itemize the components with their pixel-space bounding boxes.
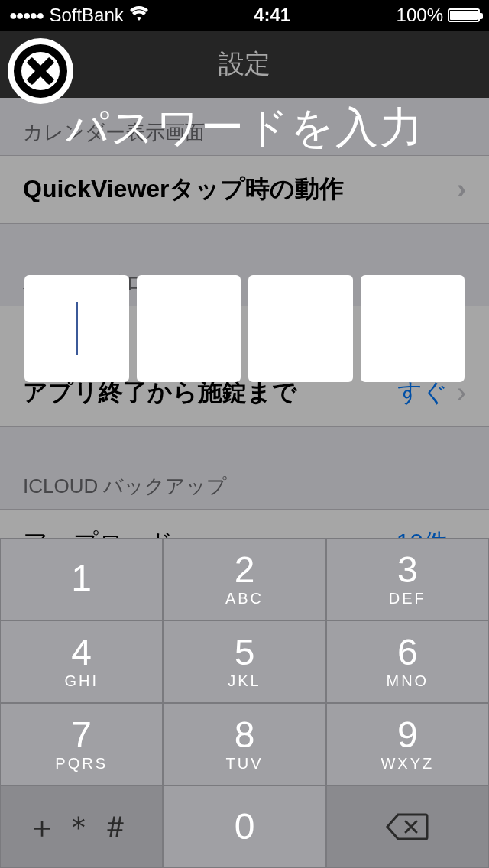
key-6[interactable]: 6MNO <box>326 620 489 703</box>
carrier-label: SoftBank <box>49 5 123 26</box>
close-button[interactable] <box>8 38 73 104</box>
key-3[interactable]: 3DEF <box>326 538 489 620</box>
key-1[interactable]: 1 <box>0 538 163 620</box>
passcode-digit-3 <box>248 275 353 382</box>
numeric-keypad: 1 2ABC 3DEF 4GHI 5JKL 6MNO 7PQRS 8TUV 9W… <box>0 538 489 868</box>
status-left: ●●●●● SoftBank <box>9 5 148 26</box>
passcode-input[interactable] <box>24 275 465 382</box>
wifi-icon <box>130 5 148 25</box>
key-2[interactable]: 2ABC <box>163 538 325 620</box>
passcode-title: パスワードを入力 <box>0 99 489 157</box>
status-bar: ●●●●● SoftBank 4:41 100% <box>0 0 489 31</box>
battery-percent: 100% <box>397 5 443 26</box>
key-0[interactable]: 0 <box>163 785 325 868</box>
passcode-digit-4 <box>361 275 465 382</box>
key-9[interactable]: 9WXYZ <box>326 703 489 785</box>
status-time: 4:41 <box>254 5 290 26</box>
key-symbols[interactable]: ＋＊＃ <box>0 785 163 868</box>
passcode-digit-1 <box>24 275 129 382</box>
key-backspace[interactable] <box>326 785 489 868</box>
cursor-icon <box>76 302 78 355</box>
passcode-digit-2 <box>137 275 241 382</box>
key-7[interactable]: 7PQRS <box>0 703 163 785</box>
status-right: 100% <box>397 5 480 26</box>
key-5[interactable]: 5JKL <box>163 620 325 703</box>
close-icon <box>14 44 67 98</box>
backspace-icon <box>386 811 429 842</box>
signal-dots-icon: ●●●●● <box>9 8 43 24</box>
battery-icon <box>448 8 480 22</box>
key-4[interactable]: 4GHI <box>0 620 163 703</box>
key-8[interactable]: 8TUV <box>163 703 325 785</box>
